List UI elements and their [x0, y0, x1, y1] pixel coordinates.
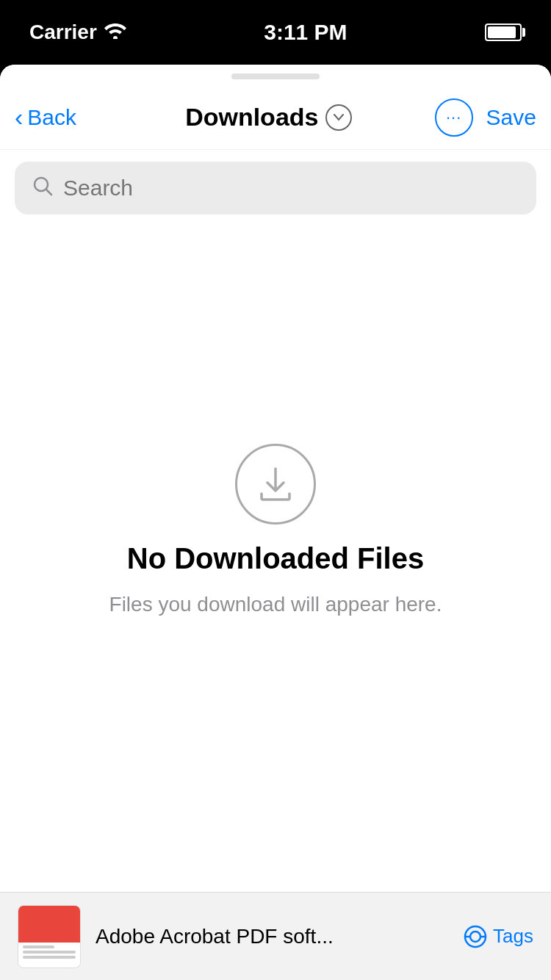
search-bar-container: [0, 150, 551, 226]
drag-indicator: [0, 65, 551, 85]
file-thumbnail: [18, 905, 81, 968]
pdf-thumb-line: [23, 951, 76, 954]
tags-label: Tags: [493, 925, 533, 948]
status-right: [485, 24, 522, 41]
bottom-bar: Adobe Acrobat PDF soft... Tags: [0, 892, 551, 980]
wifi-icon: [104, 21, 126, 44]
drag-indicator-bar: [231, 73, 320, 79]
battery-icon: [485, 24, 522, 41]
empty-title: No Downloaded Files: [127, 542, 424, 575]
svg-line-2: [46, 190, 51, 195]
empty-subtitle: Files you download will appear here.: [109, 593, 442, 616]
save-button[interactable]: Save: [486, 105, 536, 130]
status-bar: Carrier 3:11 PM: [0, 0, 551, 65]
search-input[interactable]: [63, 176, 519, 201]
carrier-text: Carrier: [29, 21, 97, 44]
empty-download-icon: [235, 444, 316, 525]
tags-icon: [464, 925, 487, 948]
back-label: Back: [27, 105, 76, 130]
pdf-thumb-bg: [18, 906, 80, 943]
battery-fill: [488, 26, 516, 38]
pdf-thumb-line: [23, 956, 76, 959]
more-button[interactable]: ···: [435, 98, 473, 137]
empty-state: No Downloaded Files Files you download w…: [109, 444, 442, 616]
search-icon: [32, 176, 53, 201]
nav-title-area: Downloads: [185, 103, 352, 131]
svg-point-0: [113, 36, 118, 39]
nav-title: Downloads: [185, 103, 318, 131]
nav-bar: ‹ Back Downloads ··· Save: [0, 85, 551, 150]
back-button[interactable]: ‹ Back: [15, 105, 103, 130]
pdf-thumb-lines: [18, 943, 80, 962]
tags-button[interactable]: Tags: [464, 925, 533, 948]
svg-point-4: [470, 932, 480, 942]
chevron-down-icon[interactable]: [325, 104, 352, 131]
nav-actions: ··· Save: [435, 98, 536, 137]
status-time: 3:11 PM: [264, 20, 347, 45]
search-bar: [15, 162, 536, 215]
back-chevron-icon: ‹: [15, 104, 23, 129]
more-icon: ···: [446, 108, 461, 127]
app-container: ‹ Back Downloads ··· Save: [0, 65, 551, 980]
file-name-label: Adobe Acrobat PDF soft...: [96, 925, 449, 948]
main-content: No Downloaded Files Files you download w…: [0, 226, 551, 892]
status-left: Carrier: [29, 21, 126, 44]
pdf-thumb-line: [23, 945, 54, 948]
